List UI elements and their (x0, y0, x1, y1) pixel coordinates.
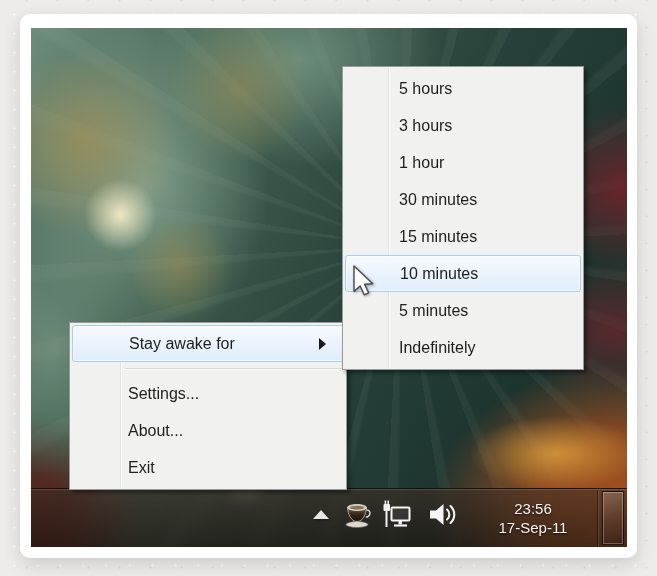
menu-item-label: 5 hours (399, 80, 452, 98)
stay-awake-submenu: 5 hours 3 hours 1 hour 30 minutes 15 min… (342, 66, 584, 370)
mouse-cursor (352, 265, 378, 299)
menu-item-label: 15 minutes (399, 228, 477, 246)
submenu-item-1-hour[interactable]: 1 hour (343, 144, 583, 181)
menu-separator (125, 368, 343, 370)
menu-item-label: Settings... (128, 385, 199, 403)
menu-item-label: 1 hour (399, 154, 444, 172)
network-tray-icon[interactable] (382, 499, 414, 531)
menu-item-label: 10 minutes (400, 265, 478, 283)
menu-item-label: Exit (128, 459, 155, 477)
menu-item-label: Stay awake for (129, 335, 235, 353)
submenu-item-30-minutes[interactable]: 30 minutes (343, 181, 583, 218)
menu-item-label: About... (128, 422, 183, 440)
submenu-arrow-icon (319, 338, 326, 350)
taskbar-divider (597, 490, 599, 546)
menu-item-settings[interactable]: Settings... (70, 375, 346, 412)
clock-time: 23:56 (514, 499, 552, 518)
volume-tray-icon[interactable] (427, 500, 459, 530)
submenu-item-15-minutes[interactable]: 15 minutes (343, 218, 583, 255)
tray-context-menu: Stay awake for Settings... About... Exit (69, 322, 347, 490)
clock-date: 17-Sep-11 (499, 518, 568, 537)
submenu-item-3-hours[interactable]: 3 hours (343, 107, 583, 144)
show-hidden-icons-button[interactable] (313, 510, 329, 519)
menu-item-label: Indefinitely (399, 339, 476, 357)
submenu-item-5-minutes[interactable]: 5 minutes (343, 292, 583, 329)
menu-item-label: 5 minutes (399, 302, 468, 320)
submenu-item-indefinitely[interactable]: Indefinitely (343, 329, 583, 366)
submenu-item-5-hours[interactable]: 5 hours (343, 70, 583, 107)
caffeine-coffee-cup-icon[interactable] (343, 501, 373, 529)
menu-item-stay-awake-for[interactable]: Stay awake for (72, 325, 344, 362)
taskbar: 23:56 17-Sep-11 (31, 488, 627, 547)
page-background: 23:56 17-Sep-11 Stay awake for Settings.… (0, 0, 657, 576)
show-desktop-button[interactable] (602, 491, 624, 545)
submenu-item-10-minutes[interactable]: 10 minutes (345, 255, 581, 292)
menu-item-exit[interactable]: Exit (70, 449, 346, 486)
menu-item-about[interactable]: About... (70, 412, 346, 449)
menu-item-label: 30 minutes (399, 191, 477, 209)
taskbar-clock[interactable]: 23:56 17-Sep-11 (489, 495, 577, 541)
menu-item-label: 3 hours (399, 117, 452, 135)
